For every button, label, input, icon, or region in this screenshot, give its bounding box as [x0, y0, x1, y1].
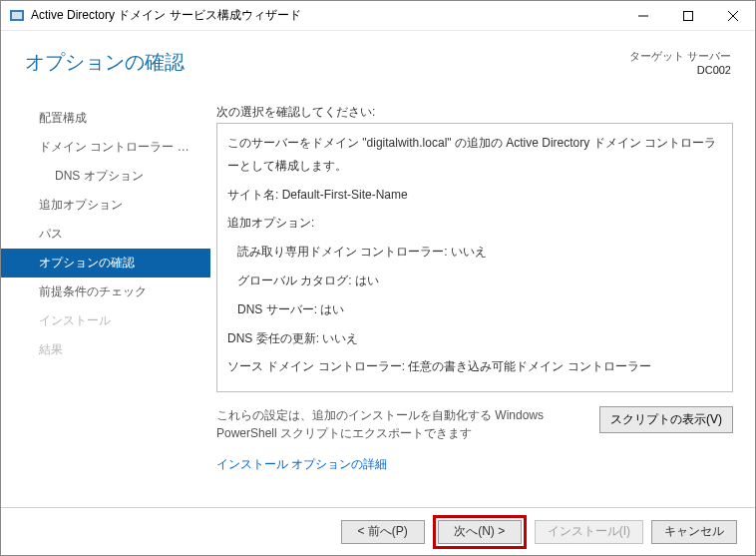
more-info-link[interactable]: インストール オプションの詳細: [216, 456, 733, 473]
svg-rect-1: [12, 12, 22, 19]
target-value: DC002: [629, 64, 731, 76]
review-line-3: 読み取り専用ドメイン コントローラー: いいえ: [227, 241, 722, 264]
review-line-5: DNS サーバー: はい: [227, 298, 722, 321]
sidebar-item-6[interactable]: 前提条件のチェック: [1, 278, 210, 306]
titlebar: Active Directory ドメイン サービス構成ウィザード: [1, 1, 755, 31]
sidebar-item-8: 結果: [1, 335, 210, 364]
main-panel: 次の選択を確認してください: このサーバーをドメイン "digitalwith.…: [210, 96, 755, 507]
cancel-button[interactable]: キャンセル: [651, 520, 737, 544]
target-server: ターゲット サーバー DC002: [629, 49, 731, 76]
instruction-text: 次の選択を確認してください:: [216, 104, 733, 121]
review-line-1: サイト名: Default-First-Site-Name: [227, 184, 722, 207]
sidebar-item-5[interactable]: オプションの確認: [1, 249, 210, 278]
review-line-2: 追加オプション:: [227, 212, 722, 235]
previous-button[interactable]: < 前へ(P): [341, 520, 425, 544]
review-line-6: DNS 委任の更新: いいえ: [227, 327, 722, 350]
page-title: オプションの確認: [25, 49, 185, 76]
window-title: Active Directory ドメイン サービス構成ウィザード: [31, 7, 620, 24]
wizard-header: オプションの確認 ターゲット サーバー DC002: [1, 31, 755, 86]
window-buttons: [620, 1, 755, 31]
review-textbox[interactable]: このサーバーをドメイン "digitalwith.local" の追加の Act…: [216, 123, 733, 392]
minimize-button[interactable]: [620, 1, 665, 31]
sidebar: 配置構成ドメイン コントローラー オプシ...DNS オプション追加オプションパ…: [1, 96, 210, 507]
view-script-button[interactable]: スクリプトの表示(V): [599, 406, 733, 433]
target-label: ターゲット サーバー: [629, 49, 731, 64]
review-line-7: ソース ドメイン コントローラー: 任意の書き込み可能ドメイン コントローラー: [227, 355, 722, 378]
export-row: これらの設定は、追加のインストールを自動化する Windows PowerShe…: [216, 406, 733, 442]
sidebar-item-2[interactable]: DNS オプション: [1, 162, 210, 191]
wizard-footer: < 前へ(P) 次へ(N) > インストール(I) キャンセル: [1, 507, 755, 555]
sidebar-item-1[interactable]: ドメイン コントローラー オプシ...: [1, 133, 210, 162]
sidebar-item-3[interactable]: 追加オプション: [1, 191, 210, 220]
next-button-highlight: 次へ(N) >: [433, 515, 527, 549]
review-line-4: グローバル カタログ: はい: [227, 270, 722, 292]
sidebar-item-4[interactable]: パス: [1, 220, 210, 249]
install-button: インストール(I): [535, 520, 643, 544]
review-line-0: このサーバーをドメイン "digitalwith.local" の追加の Act…: [227, 132, 722, 178]
sidebar-item-0[interactable]: 配置構成: [1, 104, 210, 133]
svg-rect-3: [683, 11, 692, 20]
next-button[interactable]: 次へ(N) >: [438, 520, 522, 544]
export-note: これらの設定は、追加のインストールを自動化する Windows PowerShe…: [216, 406, 589, 442]
wizard-body: 配置構成ドメイン コントローラー オプシ...DNS オプション追加オプションパ…: [1, 96, 755, 507]
close-button[interactable]: [710, 1, 755, 31]
sidebar-item-7: インストール: [1, 306, 210, 335]
maximize-button[interactable]: [665, 1, 710, 31]
app-icon: [9, 8, 25, 24]
